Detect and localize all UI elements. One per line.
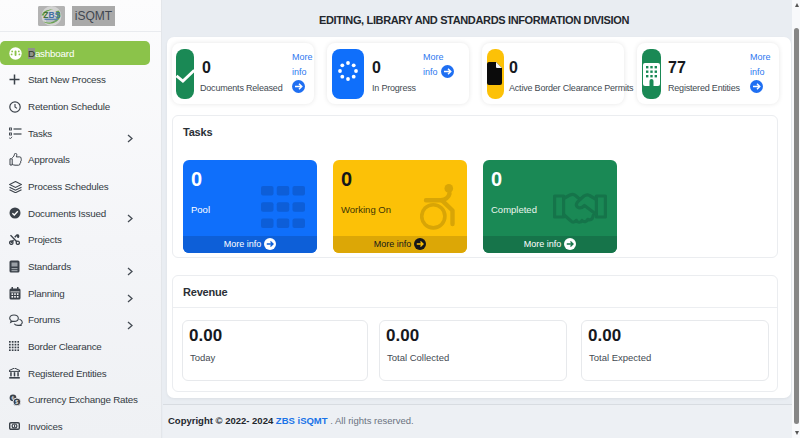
svg-text:$: $ — [15, 399, 18, 405]
svg-text:BS: BS — [48, 10, 60, 20]
